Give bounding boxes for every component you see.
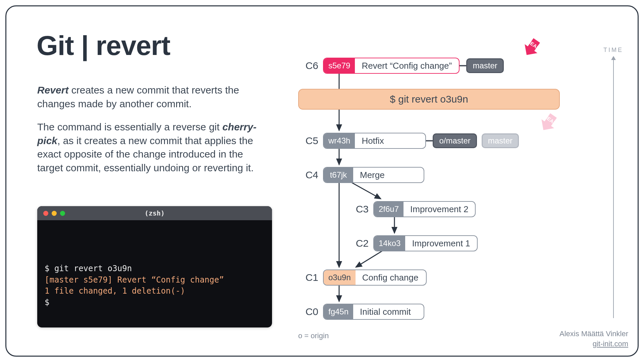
terminal-line-4: $	[45, 297, 265, 308]
terminal-header: (zsh)	[37, 206, 272, 220]
commit-row-c4: C4 t67jk Merge	[298, 167, 424, 183]
commit-msg-c2: Improvement 1	[405, 236, 477, 251]
commit-pill-c2: 14ko3 Improvement 1	[373, 235, 478, 251]
desc2-pre: The command is essentially a reverse git	[37, 121, 222, 132]
connector	[460, 65, 466, 66]
slide-frame: Git | revert Revert creates a new commit…	[5, 5, 639, 357]
commit-hash-c2: 14ko3	[374, 236, 405, 251]
commit-diagram: C6 s5e79 Revert “Config change” master $…	[298, 50, 590, 328]
commit-label-c1: C1	[298, 272, 318, 283]
commit-msg-c1: Config change	[356, 270, 426, 285]
branch-master: master	[466, 58, 503, 73]
terminal-line-3: 1 file changed, 1 deletion(-)	[45, 286, 265, 297]
commit-hash-c5: wr43h	[324, 133, 355, 148]
commit-msg-c4: Merge	[353, 168, 424, 182]
credit-name: Alexis Määttä Vinkler	[559, 329, 628, 339]
legend: o = origin	[298, 331, 329, 340]
commit-label-c0: C0	[298, 306, 318, 317]
time-label: TIME	[603, 47, 623, 54]
commit-msg-c5: Hotfix	[355, 133, 425, 148]
description-2: The command is essentially a reverse git…	[37, 120, 269, 175]
terminal-line-1: $ git revert o3u9n	[45, 263, 265, 275]
head-label: HEAD	[526, 39, 541, 51]
terminal-body: $ git revert o3u9n [master s5e79] Revert…	[37, 220, 272, 314]
desc2-rest: , as it creates a new commit that applie…	[37, 135, 254, 173]
description-1: Revert creates a new commit that reverts…	[37, 83, 269, 111]
commit-row-c6: C6 s5e79 Revert “Config change” master	[298, 57, 504, 74]
commit-msg-c6: Revert “Config change”	[355, 58, 459, 73]
terminal-line-2: [master s5e79] Revert “Config change”	[45, 275, 265, 286]
commit-pill-c5: wr43h Hotfix	[323, 133, 426, 149]
head-arrow-icon: HEAD	[516, 37, 546, 60]
credit-url: git-init.com	[559, 339, 628, 349]
commit-pill-c4: t67jk Merge	[323, 167, 424, 183]
branch-master-old: master	[482, 133, 519, 148]
commit-label-c4: C4	[298, 169, 318, 181]
terminal-title: (zsh)	[37, 209, 272, 217]
time-arrowhead-icon	[611, 56, 616, 60]
commit-msg-c0: Initial commit	[353, 304, 424, 319]
branch-o-master: o/master	[433, 133, 477, 148]
commit-pill-c6: s5e79 Revert “Config change”	[323, 58, 460, 74]
svg-line-3	[352, 183, 381, 199]
svg-line-5	[356, 251, 382, 267]
commit-pill-c1: o3u9n Config change	[323, 269, 427, 286]
commit-hash-c4: t67jk	[324, 168, 353, 182]
commit-label-c5: C5	[298, 135, 318, 146]
commit-msg-c3: Improvement 2	[404, 202, 475, 217]
page-title: Git | revert	[37, 30, 170, 61]
em-revert: Revert	[37, 84, 68, 96]
commit-row-c3: C3 2f6u7 Improvement 2	[348, 201, 476, 218]
connector	[426, 140, 433, 141]
commit-hash-c6: s5e79	[324, 58, 355, 73]
commit-hash-c3: 2f6u7	[374, 202, 404, 217]
commit-pill-c0: fg45n Initial commit	[323, 304, 424, 320]
time-axis-line	[613, 60, 614, 318]
commit-row-c0: C0 fg45n Initial commit	[298, 303, 424, 320]
commit-label-c3: C3	[348, 203, 369, 215]
commit-label-c6: C6	[298, 60, 318, 71]
commit-row-c2: C2 14ko3 Improvement 1	[348, 235, 478, 252]
head-label-old: HEAD	[543, 114, 558, 126]
credit: Alexis Määttä Vinkler git-init.com	[559, 329, 628, 349]
command-bar: $ git revert o3u9n	[298, 89, 560, 110]
commit-label-c2: C2	[348, 238, 369, 249]
commit-row-c1: C1 o3u9n Config change	[298, 269, 427, 286]
head-arrow-old-icon: HEAD	[533, 112, 563, 135]
commit-hash-c1: o3u9n	[324, 270, 356, 285]
terminal-window: (zsh) $ git revert o3u9n [master s5e79] …	[37, 206, 272, 327]
commit-hash-c0: fg45n	[324, 304, 353, 319]
commit-row-c5: C5 wr43h Hotfix o/master master	[298, 132, 519, 149]
commit-pill-c3: 2f6u7 Improvement 2	[373, 201, 476, 217]
